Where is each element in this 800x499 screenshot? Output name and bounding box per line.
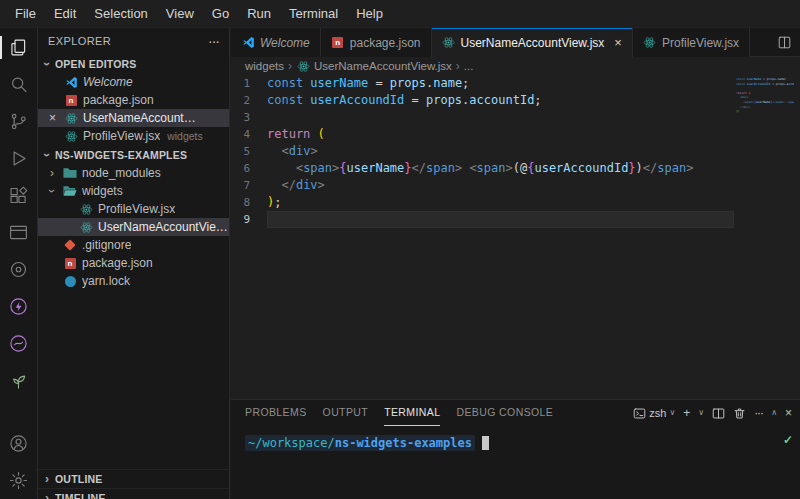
line-number: 6 — [231, 160, 267, 177]
more-actions-icon[interactable]: ··· — [208, 33, 219, 49]
terminal-content[interactable]: ~/workspace/ns-widgets-examples — [231, 426, 800, 451]
menu-edit[interactable]: Edit — [45, 0, 85, 28]
chevron-icon: › — [46, 166, 58, 180]
code-token: span — [303, 161, 332, 175]
code-line: 4return ( — [231, 126, 800, 143]
menu-help[interactable]: Help — [347, 0, 392, 28]
editor-tab[interactable]: ProfileView.jsx — [633, 28, 750, 57]
panel-tab-output[interactable]: OUTPUT — [323, 400, 369, 426]
react-file-icon — [442, 36, 456, 50]
new-terminal[interactable]: + — [683, 407, 690, 419]
close-editor-icon[interactable]: × — [46, 111, 59, 125]
outline-header[interactable]: › OUTLINE — [38, 469, 229, 488]
tab-label: Welcome — [260, 36, 310, 50]
minimap[interactable]: const userName = props.name;const userAc… — [736, 77, 794, 118]
chevron-icon: › — [41, 491, 53, 499]
tab-label: package.json — [350, 36, 421, 50]
timeline-label: TIMELINE — [55, 492, 106, 499]
split-editor-icon[interactable] — [778, 36, 791, 49]
open-editor-item[interactable]: Welcome — [38, 73, 229, 91]
breadcrumb-item[interactable]: widgets — [245, 60, 284, 72]
tree-item[interactable]: ProfileView.jsx — [38, 200, 229, 218]
menu-go[interactable]: Go — [203, 0, 238, 28]
breadcrumb-item[interactable]: UserNameAccountView.jsx — [296, 59, 452, 73]
tree-item[interactable]: ›widgets — [38, 182, 229, 200]
maximize-panel[interactable]: ∧ — [771, 409, 777, 417]
react-file-icon — [64, 111, 78, 125]
code-editor[interactable]: 1const userName = props.name;2const user… — [231, 75, 800, 399]
editor-tab[interactable]: UserNameAccountView.jsx× — [432, 28, 633, 57]
code-line: 3 — [231, 109, 800, 126]
folder-open-file-icon — [63, 184, 77, 198]
open-editors-header[interactable]: › OPEN EDITORS — [38, 54, 229, 73]
activity-source-control-icon[interactable] — [0, 103, 38, 140]
activity-plant-icon[interactable] — [0, 362, 38, 399]
code-token: < — [281, 144, 288, 158]
code-token: { — [339, 161, 346, 175]
activity-share-circle-icon[interactable] — [0, 325, 38, 362]
code-token: const — [267, 76, 310, 90]
code-token: return — [267, 127, 310, 141]
menu-view[interactable]: View — [157, 0, 203, 28]
menu-selection[interactable]: Selection — [85, 0, 156, 28]
code-token: > — [686, 161, 693, 175]
kill-terminal[interactable] — [733, 407, 746, 420]
react-file-icon — [64, 129, 78, 143]
terminal-path-name: ns-widgets-examples — [335, 436, 472, 450]
open-editor-label: Welcome — [83, 75, 133, 89]
breadcrumb-label: UserNameAccountView.jsx — [314, 60, 452, 72]
line-number: 8 — [231, 194, 267, 211]
react-file-icon — [79, 202, 93, 216]
activity-lightning-circle-icon[interactable] — [0, 288, 38, 325]
editor-tab[interactable]: npackage.json — [321, 28, 432, 57]
panel-tab-debug-console[interactable]: DEBUG CONSOLE — [456, 400, 553, 426]
activity-run-debug-icon[interactable] — [0, 140, 38, 177]
editor-tab-bar: Welcomenpackage.jsonUserNameAccountView.… — [231, 28, 800, 57]
breadcrumb-item[interactable]: ... — [464, 60, 474, 72]
code-token: span — [657, 161, 686, 175]
breadcrumb-label: widgets — [245, 60, 284, 72]
open-editor-item[interactable]: npackage.json — [38, 91, 229, 109]
tree-item[interactable]: .gitignore — [38, 236, 229, 254]
activity-search-icon[interactable] — [0, 66, 38, 103]
open-editor-label: UserNameAccountView.jsx — [83, 111, 201, 125]
line-number: 5 — [231, 143, 267, 160]
more-actions[interactable]: ··· — [754, 407, 763, 419]
panel-tab-terminal[interactable]: TERMINAL — [384, 400, 440, 426]
activity-circle-dot-icon[interactable] — [0, 251, 38, 288]
tree-item[interactable]: yarn.lock — [38, 272, 229, 290]
activity-remote-window-icon[interactable] — [0, 214, 38, 251]
close-tab-icon[interactable]: × — [614, 36, 622, 49]
tree-item[interactable]: ›node_modules — [38, 164, 229, 182]
code-line: 2const userAccoundId = props.accountId; — [231, 92, 800, 109]
editor-tab[interactable]: Welcome — [231, 28, 321, 57]
npm-file-icon: n — [64, 93, 78, 107]
code-token: } — [404, 161, 411, 175]
chevron-down-icon: ∨ — [669, 409, 675, 417]
workspace-header[interactable]: › NS-WIDGETS-EXAMPLES — [38, 145, 229, 164]
chevron-icon: › — [45, 185, 59, 197]
menu-run[interactable]: Run — [238, 0, 280, 28]
menu-file[interactable]: File — [6, 0, 45, 28]
activity-account-icon[interactable] — [0, 425, 38, 462]
menu-terminal[interactable]: Terminal — [280, 0, 347, 28]
tab-label: ProfileView.jsx — [662, 36, 739, 50]
activity-extensions-icon[interactable] — [0, 177, 38, 214]
open-editor-item[interactable]: ProfileView.jsxwidgets — [38, 127, 229, 145]
activity-files-icon[interactable] — [0, 29, 38, 66]
open-editor-item[interactable]: ×UserNameAccountView.jsx — [38, 109, 229, 127]
activity-settings-gear-icon[interactable] — [0, 462, 38, 499]
tree-item[interactable]: UserNameAccountView.jsx — [38, 218, 229, 236]
tree-item[interactable]: npackage.json — [38, 254, 229, 272]
code-token: props — [426, 93, 462, 107]
panel-tab-bar: PROBLEMSOUTPUTTERMINALDEBUG CONSOLE zsh∨… — [231, 400, 800, 426]
timeline-header[interactable]: › TIMELINE — [38, 488, 229, 499]
breadcrumb: widgets›UserNameAccountView.jsx›... — [231, 57, 800, 75]
split-terminal[interactable] — [712, 407, 725, 420]
line-number: 4 — [231, 126, 267, 143]
code-token: accountId — [469, 93, 534, 107]
panel-tab-problems[interactable]: PROBLEMS — [245, 400, 307, 426]
launch-profile[interactable]: ∨ — [698, 409, 704, 417]
shell-selector[interactable]: zsh∨ — [633, 407, 675, 420]
close-panel[interactable]: × — [785, 407, 792, 419]
